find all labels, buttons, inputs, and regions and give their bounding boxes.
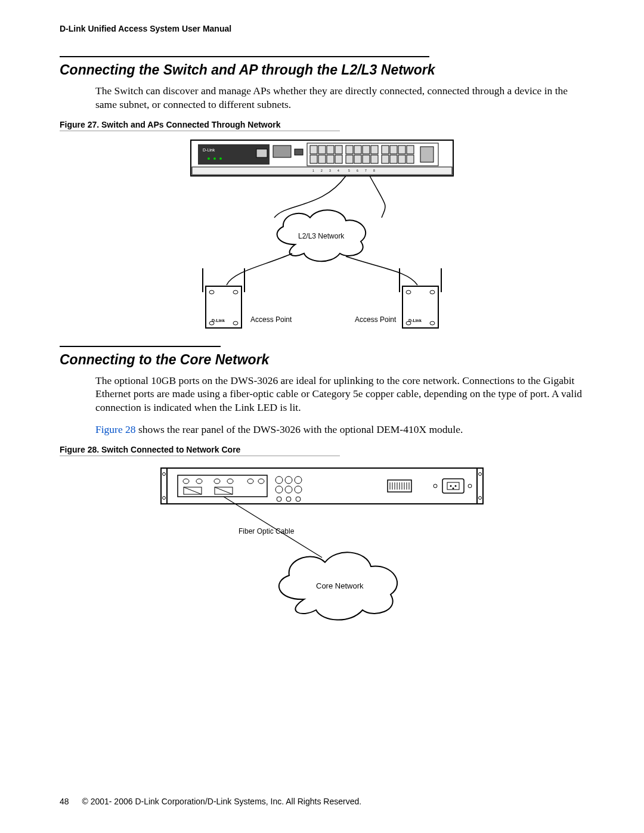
page-header: D-Link Unified Access System User Manual (60, 24, 584, 33)
figure28-diagram: Fiber Optic Cable Core Network (60, 462, 584, 641)
svg-text:6: 6 (357, 169, 358, 172)
svg-text:8: 8 (373, 169, 375, 172)
svg-rect-17 (335, 145, 342, 154)
svg-rect-8 (273, 145, 291, 157)
figure-separator (60, 131, 340, 131)
l2l3-network-label: L2/L3 Network (298, 232, 345, 240)
figure28-link[interactable]: Figure 28 (95, 423, 136, 435)
svg-rect-24 (363, 155, 370, 163)
svg-point-101 (455, 485, 457, 487)
svg-rect-33 (407, 145, 414, 154)
section2-title: Connecting to the Core Network (60, 347, 584, 368)
svg-point-6 (219, 157, 222, 160)
svg-rect-27 (382, 145, 389, 154)
svg-rect-16 (327, 155, 334, 163)
svg-rect-34 (407, 155, 414, 163)
svg-rect-9 (295, 149, 303, 155)
svg-rect-14 (318, 155, 326, 163)
section2-para2-rest: shows the rear panel of the DWS-3026 wit… (136, 423, 463, 435)
svg-rect-12 (310, 155, 317, 163)
svg-rect-11 (310, 145, 317, 154)
svg-rect-26 (371, 155, 378, 163)
svg-text:5: 5 (348, 169, 350, 172)
figure27-diagram: D-Link (60, 137, 584, 334)
svg-text:D-Link: D-Link (408, 318, 422, 323)
svg-point-5 (213, 157, 216, 160)
section2-paragraph2: Figure 28 shows the rear panel of the DW… (95, 423, 584, 436)
figure27-caption: Figure 27. Switch and APs Connected Thro… (60, 120, 584, 129)
copyright-text: © 2001- 2006 D-Link Corporation/D-Link S… (82, 797, 361, 806)
ap-left-label: Access Point (250, 315, 292, 324)
svg-text:4: 4 (338, 169, 339, 172)
svg-rect-13 (318, 145, 326, 154)
ap-right-label: Access Point (355, 315, 397, 324)
section1-paragraph: The Switch can discover and manage APs w… (95, 84, 584, 112)
svg-rect-23 (363, 145, 370, 154)
svg-text:7: 7 (365, 169, 367, 172)
figure28-caption: Figure 28. Switch Connected to Network C… (60, 445, 584, 454)
svg-rect-35 (420, 147, 434, 162)
svg-point-100 (450, 485, 452, 487)
svg-rect-31 (398, 145, 405, 154)
svg-rect-21 (354, 145, 361, 154)
svg-rect-32 (398, 155, 405, 163)
svg-point-102 (453, 487, 454, 489)
svg-text:1: 1 (312, 169, 314, 172)
fiber-cable-label: Fiber Optic Cable (239, 527, 295, 535)
svg-rect-20 (346, 155, 353, 163)
section1-title: Connecting the Switch and AP through the… (60, 57, 584, 78)
svg-rect-30 (390, 155, 397, 163)
page-footer: 48 © 2001- 2006 D-Link Corporation/D-Lin… (60, 797, 361, 806)
svg-point-4 (208, 157, 210, 160)
svg-rect-18 (335, 155, 342, 163)
svg-rect-22 (354, 155, 361, 163)
svg-rect-19 (346, 145, 353, 154)
svg-text:D-Link: D-Link (203, 148, 215, 152)
svg-text:3: 3 (329, 169, 331, 172)
svg-rect-29 (390, 145, 397, 154)
svg-rect-28 (382, 155, 389, 163)
svg-rect-15 (327, 145, 334, 154)
svg-rect-62 (477, 468, 483, 504)
figure-separator (60, 456, 340, 456)
svg-text:2: 2 (321, 169, 323, 172)
core-network-label: Core Network (316, 581, 364, 590)
svg-rect-25 (371, 145, 378, 154)
svg-rect-61 (161, 468, 167, 504)
svg-text:D-Link: D-Link (212, 318, 225, 323)
section2-paragraph1: The optional 10GB ports on the DWS-3026 … (95, 374, 584, 414)
page-number: 48 (60, 797, 69, 806)
svg-rect-7 (256, 149, 267, 157)
